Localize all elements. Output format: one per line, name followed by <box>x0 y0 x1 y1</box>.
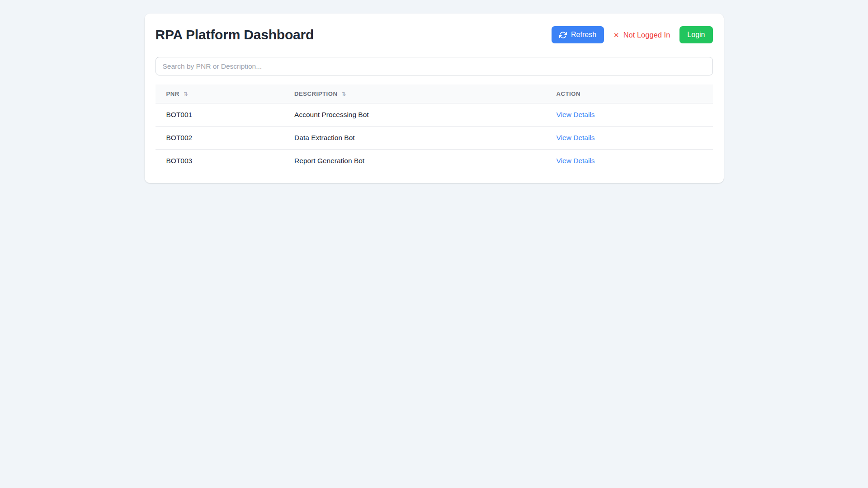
sort-icon: ⇅ <box>342 91 347 97</box>
column-header-action: ACTION <box>546 84 713 103</box>
login-status-label: Not Logged In <box>623 31 670 39</box>
bots-table: PNR⇅ DESCRIPTION⇅ ACTION BOT001 Account … <box>156 84 713 172</box>
column-header-description[interactable]: DESCRIPTION⇅ <box>283 84 546 103</box>
header: RPA Platform Dashboard Refresh ✕ Not Log… <box>156 26 713 43</box>
login-status: ✕ Not Logged In <box>613 31 670 39</box>
action-cell: View Details <box>546 127 713 150</box>
description-cell: Data Extraction Bot <box>283 127 546 150</box>
description-cell: Account Processing Bot <box>283 103 546 127</box>
view-details-link[interactable]: View Details <box>557 134 595 141</box>
pnr-cell: BOT003 <box>156 150 284 173</box>
refresh-button-label: Refresh <box>571 31 596 39</box>
table-header-row: PNR⇅ DESCRIPTION⇅ ACTION <box>156 84 713 103</box>
table-row: BOT002 Data Extraction Bot View Details <box>156 127 713 150</box>
search-bar <box>156 57 713 75</box>
table-row: BOT003 Report Generation Bot View Detail… <box>156 150 713 173</box>
refresh-icon <box>559 31 567 39</box>
column-header-description-label: DESCRIPTION <box>294 90 337 97</box>
table-body: BOT001 Account Processing Bot View Detai… <box>156 103 713 173</box>
table-header: PNR⇅ DESCRIPTION⇅ ACTION <box>156 84 713 103</box>
table-row: BOT001 Account Processing Bot View Detai… <box>156 103 713 127</box>
action-cell: View Details <box>546 150 713 173</box>
x-icon: ✕ <box>613 32 619 38</box>
page-title: RPA Platform Dashboard <box>156 27 314 42</box>
view-details-link[interactable]: View Details <box>557 111 595 118</box>
header-controls: Refresh ✕ Not Logged In Login <box>552 26 712 43</box>
view-details-link[interactable]: View Details <box>557 157 595 164</box>
column-header-pnr-label: PNR <box>166 90 179 97</box>
pnr-cell: BOT001 <box>156 103 284 127</box>
column-header-pnr[interactable]: PNR⇅ <box>156 84 284 103</box>
login-button[interactable]: Login <box>679 26 712 43</box>
dashboard-card: RPA Platform Dashboard Refresh ✕ Not Log… <box>145 14 724 183</box>
description-cell: Report Generation Bot <box>283 150 546 173</box>
action-cell: View Details <box>546 103 713 127</box>
sort-icon: ⇅ <box>184 91 189 97</box>
refresh-button[interactable]: Refresh <box>552 26 604 43</box>
search-input[interactable] <box>156 57 713 75</box>
pnr-cell: BOT002 <box>156 127 284 150</box>
